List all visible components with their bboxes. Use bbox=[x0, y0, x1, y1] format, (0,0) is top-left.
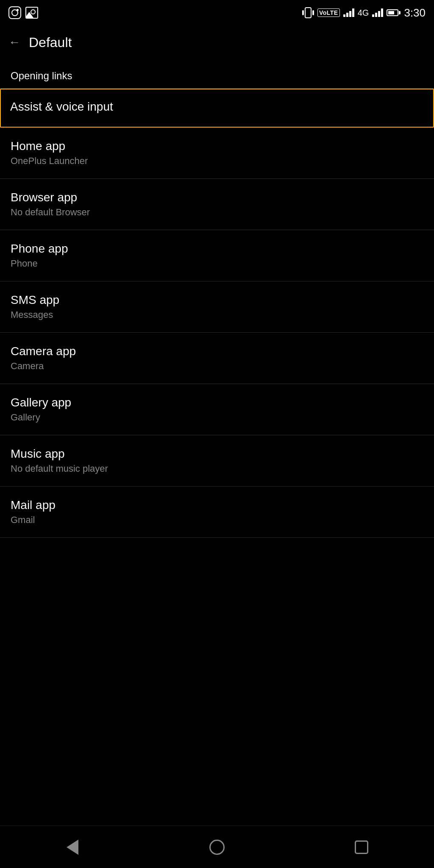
page-title: Default bbox=[29, 35, 72, 50]
vibrate-bar-right bbox=[312, 10, 314, 15]
battery-icon bbox=[387, 9, 401, 16]
menu-item-gallery-app[interactable]: Gallery app Gallery bbox=[0, 384, 434, 435]
camera-app-subtitle: Camera bbox=[11, 361, 423, 372]
bottom-nav bbox=[0, 826, 434, 868]
signal-icon-2 bbox=[372, 8, 383, 17]
menu-item-home-app[interactable]: Home app OnePlus Launcher bbox=[0, 128, 434, 179]
signal-bar2-2 bbox=[375, 13, 377, 17]
menu-item-browser-app[interactable]: Browser app No default Browser bbox=[0, 179, 434, 230]
vibrate-bar-left bbox=[302, 10, 304, 15]
battery-body bbox=[387, 9, 398, 16]
instagram-icon bbox=[8, 6, 21, 19]
battery-fill bbox=[388, 11, 394, 14]
recents-nav-icon bbox=[355, 840, 368, 854]
sms-app-title: SMS app bbox=[11, 293, 423, 307]
back-nav-icon bbox=[67, 840, 78, 855]
camera-app-title: Camera app bbox=[11, 345, 423, 358]
top-nav: ← Default bbox=[0, 25, 434, 59]
mail-app-subtitle: Gmail bbox=[11, 515, 423, 526]
volte-badge: VoLTE bbox=[317, 8, 340, 17]
back-button[interactable]: ← bbox=[8, 36, 20, 49]
signal-bar-4 bbox=[352, 8, 354, 17]
home-nav-icon bbox=[209, 840, 225, 855]
gallery-app-subtitle: Gallery bbox=[11, 412, 423, 423]
home-app-subtitle: OnePlus Launcher bbox=[11, 156, 423, 167]
signal-bar2-4 bbox=[381, 8, 383, 17]
menu-item-music-app[interactable]: Music app No default music player bbox=[0, 435, 434, 487]
sms-app-subtitle: Messages bbox=[11, 309, 423, 320]
opening-links-label: Opening links bbox=[11, 70, 72, 81]
signal-bar-3 bbox=[349, 11, 351, 17]
signal-bar-1 bbox=[343, 14, 345, 17]
menu-item-mail-app[interactable]: Mail app Gmail bbox=[0, 487, 434, 538]
menu-item-camera-app[interactable]: Camera app Camera bbox=[0, 333, 434, 384]
status-bar-left bbox=[8, 6, 38, 19]
mail-app-title: Mail app bbox=[11, 498, 423, 512]
back-nav-button[interactable] bbox=[56, 835, 89, 860]
browser-app-subtitle: No default Browser bbox=[11, 207, 423, 218]
music-app-subtitle: No default music player bbox=[11, 463, 423, 474]
signal-bar2-1 bbox=[372, 14, 374, 17]
music-app-title: Music app bbox=[11, 447, 423, 461]
browser-app-title: Browser app bbox=[11, 191, 423, 204]
network-type: 4G bbox=[358, 8, 369, 18]
home-app-title: Home app bbox=[11, 139, 423, 153]
home-nav-button[interactable] bbox=[200, 835, 234, 860]
assist-voice-title: Assist & voice input bbox=[10, 100, 424, 114]
phone-app-subtitle: Phone bbox=[11, 258, 423, 269]
status-bar-right: VoLTE 4G 3:30 bbox=[302, 6, 426, 19]
status-time: 3:30 bbox=[404, 6, 426, 19]
phone-app-title: Phone app bbox=[11, 242, 423, 256]
signal-bar-2 bbox=[346, 13, 348, 17]
vibrate-center bbox=[305, 7, 312, 18]
gallery-app-title: Gallery app bbox=[11, 396, 423, 409]
status-bar: VoLTE 4G 3:30 bbox=[0, 0, 434, 25]
opening-links-section[interactable]: Opening links bbox=[0, 59, 434, 89]
vibrate-icon bbox=[302, 7, 314, 18]
battery-tip bbox=[399, 11, 401, 14]
recents-nav-button[interactable] bbox=[345, 835, 378, 860]
image-icon bbox=[25, 7, 38, 19]
menu-items-container: Assist & voice input Home app OnePlus La… bbox=[0, 89, 434, 538]
menu-item-phone-app[interactable]: Phone app Phone bbox=[0, 230, 434, 281]
signal-icon bbox=[343, 8, 354, 17]
menu-item-sms-app[interactable]: SMS app Messages bbox=[0, 281, 434, 333]
menu-item-assist-voice[interactable]: Assist & voice input bbox=[0, 89, 434, 128]
signal-bar2-3 bbox=[378, 11, 380, 17]
